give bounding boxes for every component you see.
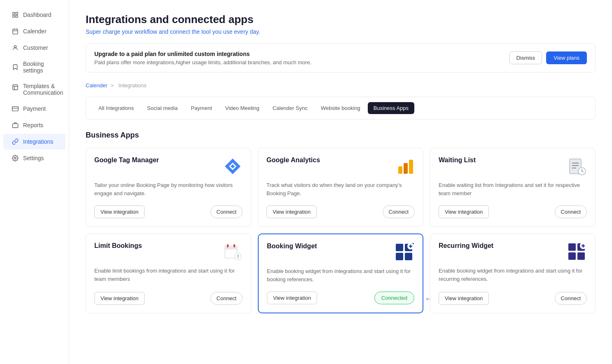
card-footer: View integration Connect	[439, 205, 587, 218]
sidebar-item-templates[interactable]: Templates & Communication	[3, 79, 65, 100]
tab-calender-sync[interactable]: Calender Sync	[267, 102, 313, 114]
tab-social-media[interactable]: Social media	[141, 102, 183, 114]
settings-icon	[12, 154, 19, 162]
card-google-analytics: Google Analytics Track what visitors do …	[258, 148, 423, 227]
card-waiting-list: Waiting List Enable waiting list from In…	[430, 148, 596, 227]
bookmark-icon	[12, 63, 19, 71]
view-integration-button[interactable]: View integration	[94, 205, 145, 218]
svg-rect-20	[404, 163, 408, 174]
card-header: Limit Bookings !	[94, 242, 243, 262]
banner-text: Upgrade to a paid plan for unlimited cus…	[94, 50, 311, 65]
view-integration-button[interactable]: View integration	[267, 292, 317, 304]
card-desc: Tailor your online Booking Page by monit…	[94, 181, 243, 197]
dismiss-button[interactable]: Dismiss	[509, 51, 542, 64]
connect-button[interactable]: Connect	[555, 205, 587, 218]
svg-rect-0	[13, 12, 15, 14]
svg-rect-1	[16, 12, 18, 14]
section-title: Business Apps	[86, 131, 596, 140]
svg-rect-4	[13, 29, 18, 34]
svg-point-15	[14, 157, 16, 159]
svg-point-8	[14, 46, 16, 48]
tab-payment[interactable]: Payment	[185, 102, 217, 114]
card-title: Waiting List	[439, 156, 476, 164]
svg-rect-44	[577, 252, 585, 260]
sidebar-item-dashboard[interactable]: Dashboard	[3, 7, 65, 23]
view-integration-button[interactable]: View integration	[439, 292, 489, 305]
svg-rect-14	[12, 124, 18, 128]
card-google-tag-manager: Google Tag Manager Tailor your online Bo…	[86, 148, 251, 227]
tabs-container: All Integrations Social media Payment Vi…	[86, 97, 596, 119]
analytics-icon	[395, 156, 415, 176]
card-desc: Enable booking widget from integrations …	[267, 267, 414, 283]
view-integration-button[interactable]: View integration	[94, 292, 145, 305]
connect-button[interactable]: Connect	[383, 205, 415, 218]
card-title: Booking Widget	[267, 243, 317, 250]
card-footer: View integration Connect	[94, 205, 243, 218]
link-icon	[12, 138, 19, 145]
card-title: Google Tag Manager	[94, 156, 159, 164]
gtm-icon	[223, 156, 243, 176]
svg-rect-9	[13, 85, 18, 90]
svg-rect-28	[225, 246, 237, 249]
sidebar-item-customer[interactable]: Customer	[3, 40, 65, 56]
svg-rect-30	[234, 244, 235, 247]
tab-all-integrations[interactable]: All Integrations	[93, 102, 140, 114]
sidebar-item-booking-settings[interactable]: Booking settings	[3, 56, 65, 78]
svg-rect-34	[396, 253, 403, 260]
waiting-list-icon	[567, 156, 587, 176]
view-plans-button[interactable]: View plans	[546, 51, 587, 64]
limit-bookings-icon: !	[223, 242, 243, 262]
user-icon	[12, 44, 19, 51]
svg-rect-3	[16, 15, 18, 17]
page-title: Integrations and connected apps	[86, 13, 596, 26]
card-desc: Enable limit bookings from integrations …	[94, 267, 243, 284]
sidebar-item-reports[interactable]: Reports	[3, 117, 65, 133]
sidebar-item-payment[interactable]: Payment	[3, 101, 65, 117]
upgrade-banner: Upgrade to a paid plan for unlimited cus…	[86, 43, 596, 72]
connected-button[interactable]: Connected	[374, 292, 414, 304]
card-footer: View integration Connect	[439, 292, 587, 305]
card-title: Recurring Widget	[439, 242, 493, 250]
cards-grid: Google Tag Manager Tailor your online Bo…	[86, 148, 596, 313]
card-title: Google Analytics	[266, 156, 320, 164]
connect-button[interactable]: Connect	[210, 292, 243, 305]
tab-video-meeting[interactable]: Video Meeting	[220, 102, 265, 114]
tab-website-booking[interactable]: Website booking	[315, 102, 366, 114]
svg-rect-29	[227, 244, 229, 247]
credit-card-icon	[12, 105, 19, 112]
sidebar: Dashboard Calender Customer Booking sett…	[0, 0, 69, 364]
connect-button[interactable]: Connect	[555, 292, 587, 305]
recurring-widget-icon	[567, 242, 587, 262]
breadcrumb: Calender > Integrations	[86, 82, 596, 89]
banner-actions: Dismiss View plans	[509, 51, 587, 64]
card-desc: Enable waiting list from Integrations an…	[439, 181, 587, 197]
calendar-icon	[12, 28, 19, 35]
breadcrumb-parent[interactable]: Calender	[86, 82, 107, 89]
card-header: Recurring Widget	[439, 242, 587, 262]
sidebar-item-integrations[interactable]: Integrations	[3, 134, 65, 149]
sidebar-item-settings[interactable]: Settings	[3, 150, 65, 166]
card-recurring-widget: Recurring Widget Enable bookin	[430, 233, 596, 313]
booking-widget-icon	[395, 243, 414, 262]
svg-rect-2	[13, 15, 15, 17]
view-integration-button[interactable]: View integration	[439, 205, 489, 218]
svg-rect-19	[398, 166, 402, 174]
svg-rect-45	[568, 243, 576, 251]
page-subtitle: Super charge your workflow and connect t…	[86, 28, 596, 35]
svg-text:!: !	[237, 254, 238, 259]
card-header: Google Tag Manager	[94, 156, 243, 176]
main-content: Integrations and connected apps Super ch…	[69, 0, 612, 364]
card-header: Booking Widget	[267, 243, 414, 262]
card-title: Limit Bookings	[94, 242, 142, 250]
svg-rect-21	[409, 160, 413, 174]
svg-rect-35	[405, 253, 412, 260]
view-integration-button[interactable]: View integration	[266, 205, 317, 218]
card-booking-widget: Booking Widget	[258, 233, 423, 313]
card-desc: Track what visitors do when they land on…	[266, 181, 415, 197]
connect-button[interactable]: Connect	[210, 205, 243, 218]
layout-icon	[12, 84, 19, 91]
briefcase-icon	[12, 121, 19, 129]
sidebar-item-calender[interactable]: Calender	[3, 23, 65, 39]
card-header: Waiting List	[439, 156, 587, 176]
tab-business-apps[interactable]: Business Apps	[368, 102, 414, 114]
